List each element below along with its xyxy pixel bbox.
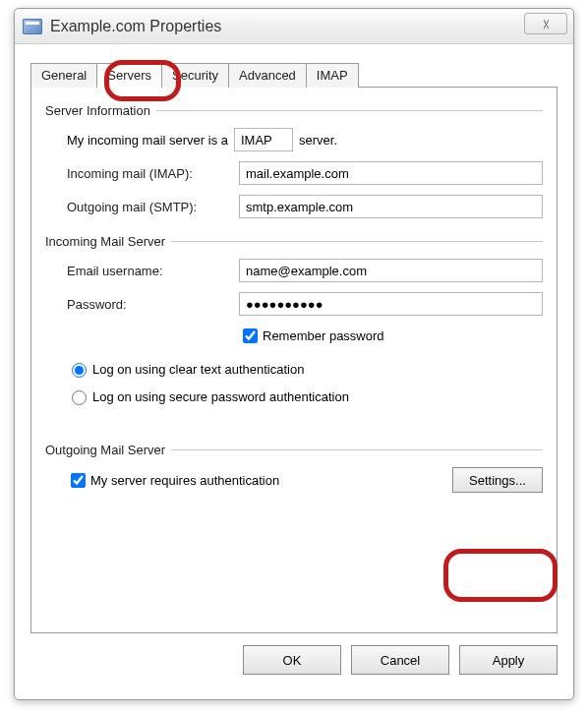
cancel-button[interactable]: Cancel xyxy=(351,645,449,675)
mail-account-icon xyxy=(23,19,42,34)
requires-auth-label: My server requires authentication xyxy=(90,473,279,488)
group-server-information: Server Information xyxy=(45,103,543,118)
close-button[interactable]: 𐢫 xyxy=(524,13,567,34)
close-icon: 𐢫 xyxy=(543,16,550,31)
ok-button[interactable]: OK xyxy=(243,645,341,675)
email-username-field[interactable] xyxy=(239,259,543,282)
outgoing-mail-field[interactable] xyxy=(239,195,543,218)
password-field[interactable] xyxy=(239,292,543,316)
password-label: Password: xyxy=(67,297,239,312)
incoming-mail-label: Incoming mail (IMAP): xyxy=(67,166,239,181)
tab-strip: General Servers Security Advanced IMAP xyxy=(30,62,558,87)
tab-general[interactable]: General xyxy=(30,63,97,88)
requires-auth-checkbox[interactable] xyxy=(71,473,86,488)
properties-dialog: Example.com Properties 𐢫 General Servers… xyxy=(14,8,574,700)
group-incoming-mail-server: Incoming Mail Server xyxy=(45,234,543,249)
incoming-type-row: My incoming mail server is a server. xyxy=(45,128,543,151)
tab-panel-servers: Server Information My incoming mail serv… xyxy=(30,87,558,633)
incoming-type-prefix: My incoming mail server is a xyxy=(67,133,228,148)
tab-security[interactable]: Security xyxy=(161,63,229,88)
settings-button[interactable]: Settings... xyxy=(452,467,543,493)
outgoing-mail-label: Outgoing mail (SMTP): xyxy=(67,200,239,214)
tab-imap[interactable]: IMAP xyxy=(306,63,359,88)
tab-advanced[interactable]: Advanced xyxy=(228,63,307,88)
dialog-button-row: OK Cancel Apply xyxy=(30,645,558,675)
group-outgoing-mail-server: Outgoing Mail Server xyxy=(45,443,543,457)
apply-button[interactable]: Apply xyxy=(459,645,558,675)
remember-password-label: Remember password xyxy=(263,328,384,343)
auth-cleartext-label: Log on using clear text authentication xyxy=(92,362,304,377)
email-username-label: Email username: xyxy=(67,264,239,278)
titlebar: Example.com Properties 𐢫 xyxy=(15,9,573,44)
remember-password-checkbox[interactable] xyxy=(243,328,258,343)
incoming-mail-field[interactable] xyxy=(239,161,543,185)
incoming-type-suffix: server. xyxy=(299,133,337,148)
auth-spa-radio[interactable] xyxy=(72,390,87,405)
incoming-type-field[interactable] xyxy=(234,128,293,151)
window-title: Example.com Properties xyxy=(50,18,221,35)
tab-servers[interactable]: Servers xyxy=(96,63,162,88)
auth-spa-label: Log on using secure password authenticat… xyxy=(92,389,349,404)
auth-cleartext-radio[interactable] xyxy=(72,363,87,378)
